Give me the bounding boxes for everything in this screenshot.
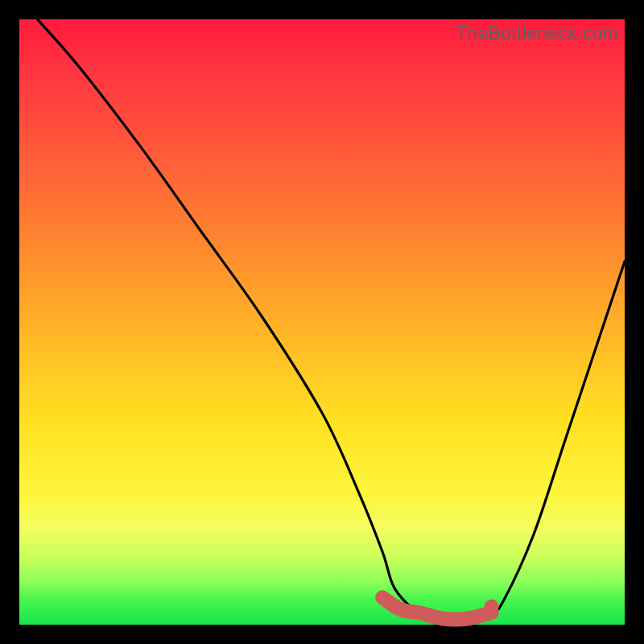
chart-frame: TheBottleneck.com [0, 0, 644, 644]
plot-area: TheBottleneck.com [19, 19, 625, 625]
bottleneck-curve [38, 19, 625, 619]
bottleneck-curve-svg [19, 19, 625, 625]
optimal-end-marker [485, 599, 499, 613]
optimal-range-highlight [382, 597, 491, 619]
